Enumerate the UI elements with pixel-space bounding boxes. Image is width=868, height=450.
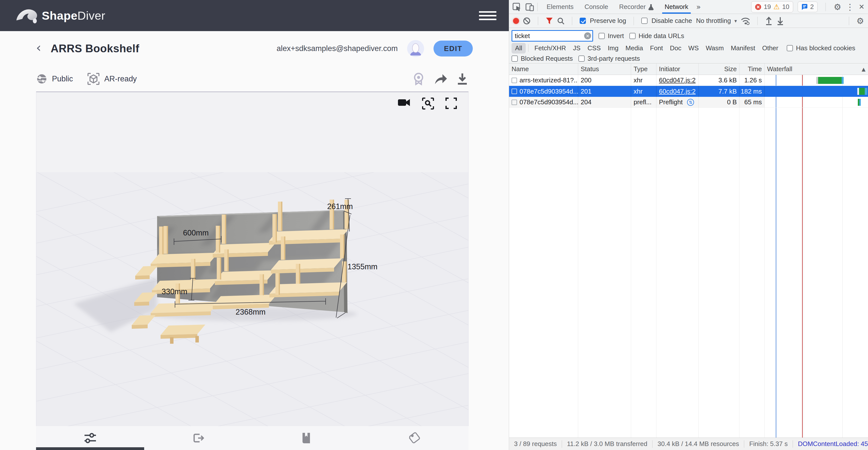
initiator-link[interactable]: 60cd047.js:2 xyxy=(659,88,695,95)
preserve-log-checkbox[interactable] xyxy=(580,18,586,24)
filter-type-all[interactable]: All xyxy=(512,43,526,54)
menu-icon[interactable] xyxy=(479,9,496,22)
network-conditions-icon[interactable] xyxy=(741,17,750,25)
table-row-selected[interactable]: 078e7c5d903954d... 201 xhr 60cd047.js:2 … xyxy=(509,86,868,97)
col-initiator[interactable]: Initiator xyxy=(656,63,699,75)
clear-network-log-icon[interactable] xyxy=(523,17,530,25)
filter-type-wasm[interactable]: Wasm xyxy=(702,43,727,54)
third-party-checkbox[interactable] xyxy=(579,56,585,62)
hide-data-urls-checkbox[interactable] xyxy=(629,33,636,39)
tab-console[interactable]: Console xyxy=(579,0,614,14)
throttling-select[interactable]: No throttling ▾ xyxy=(696,17,737,25)
resources: 30.4 kB / 14.4 MB resources xyxy=(657,440,739,448)
filter-type-img[interactable]: Img xyxy=(604,43,622,54)
parameters-tab[interactable] xyxy=(36,432,144,444)
shapediver-logo[interactable]: ShapeDiver xyxy=(16,6,105,25)
table-empty-area xyxy=(509,108,868,438)
bookshelf-scene: 600mm 261mm 1355mm 330mm 2368mm xyxy=(36,92,468,426)
active-tab-indicator xyxy=(36,447,144,450)
search-icon[interactable] xyxy=(557,17,564,25)
network-settings-icon[interactable]: ⚙ xyxy=(857,17,864,25)
filter-type-fetch-xhr[interactable]: Fetch/XHR xyxy=(531,43,569,54)
filter-input-wrap: ✕ xyxy=(512,30,593,41)
certificate-badge-icon[interactable] xyxy=(413,73,425,85)
devtools-close-icon[interactable]: ✕ xyxy=(859,3,865,10)
filter-type-other[interactable]: Other xyxy=(758,43,782,54)
3d-viewer[interactable]: 600mm 261mm 1355mm 330mm 2368mm xyxy=(36,92,469,426)
network-filters: ✕ Invert Hide data URLs All Fetch/XHR JS… xyxy=(509,28,868,63)
sliders-icon xyxy=(84,432,96,444)
blocked-requests[interactable]: Blocked Requests xyxy=(512,55,573,62)
brand-text: ShapeDiver xyxy=(42,9,105,22)
tag-icon xyxy=(409,432,421,444)
disable-cache-label[interactable]: Disable cache xyxy=(651,17,692,25)
table-row[interactable]: arrs-texturized-81?... 200 xhr 60cd047.j… xyxy=(509,75,868,86)
video-camera-icon[interactable] xyxy=(398,97,411,108)
col-waterfall[interactable]: Waterfall ▲ xyxy=(765,63,868,75)
filter-type-css[interactable]: CSS xyxy=(584,43,604,54)
visibility-label: Public xyxy=(52,75,73,83)
more-tabs-icon[interactable]: » xyxy=(694,2,703,11)
record-network-log-icon[interactable] xyxy=(513,18,519,24)
inspect-element-icon[interactable] xyxy=(513,3,521,11)
preserve-log-label[interactable]: Preserve log xyxy=(590,17,626,25)
row-checkbox[interactable] xyxy=(512,100,517,105)
console-errors-warnings-badge[interactable]: 19 ⚠ 10 xyxy=(751,1,793,12)
hide-data-urls[interactable]: Hide data URLs xyxy=(629,32,684,40)
filter-type-font[interactable]: Font xyxy=(647,43,666,54)
import-har-icon[interactable] xyxy=(765,17,773,25)
devtools-settings-icon[interactable]: ⚙ xyxy=(834,3,841,11)
filter-type-js[interactable]: JS xyxy=(569,43,584,54)
clear-filter-icon[interactable]: ✕ xyxy=(584,32,591,39)
third-party-requests[interactable]: 3rd-party requests xyxy=(579,55,640,62)
invert-filter[interactable]: Invert xyxy=(598,32,624,40)
col-size[interactable]: Size xyxy=(699,63,740,75)
tab-elements[interactable]: Elements xyxy=(541,0,579,14)
filter-type-ws[interactable]: WS xyxy=(685,43,702,54)
col-status[interactable]: Status xyxy=(578,63,631,75)
zoom-to-fit-icon[interactable] xyxy=(422,97,434,110)
table-row[interactable]: 078e7c5d903954d... 204 prefl... Prefligh… xyxy=(509,97,868,108)
download-icon[interactable] xyxy=(457,73,468,85)
export-har-icon[interactable] xyxy=(777,17,784,25)
preflight-icon[interactable]: ⇅ xyxy=(687,99,694,106)
devtools-tabbar: Elements Console Recorder Network » 19 ⚠… xyxy=(509,0,868,14)
filter-type-manifest[interactable]: Manifest xyxy=(727,43,758,54)
filter-input[interactable] xyxy=(512,30,593,41)
issues-badge[interactable]: 2 xyxy=(798,1,817,12)
viewer-bottom-toolbar xyxy=(36,426,469,450)
filter-icon[interactable] xyxy=(546,17,553,25)
network-toolbar: Preserve log Disable cache No throttling… xyxy=(509,14,868,28)
col-type[interactable]: Type xyxy=(631,63,656,75)
device-toolbar-icon[interactable] xyxy=(525,3,534,11)
row-checkbox[interactable] xyxy=(512,78,517,83)
viewer-tools xyxy=(398,97,457,110)
finish-time: Finish: 5.37 s xyxy=(749,440,788,448)
back-icon[interactable]: ‹ xyxy=(36,41,41,54)
has-blocked-cookies-checkbox[interactable] xyxy=(787,45,793,51)
col-name[interactable]: Name xyxy=(509,63,578,75)
globe-icon xyxy=(36,73,48,85)
devtools-menu-icon[interactable]: ⋮ xyxy=(846,3,854,11)
invert-checkbox[interactable] xyxy=(598,33,605,39)
filter-type-doc[interactable]: Doc xyxy=(666,43,685,54)
avatar[interactable] xyxy=(407,40,424,57)
export-tab[interactable] xyxy=(144,432,252,444)
tab-recorder[interactable]: Recorder xyxy=(614,0,659,14)
tags-tab[interactable] xyxy=(361,432,469,444)
disable-cache-checkbox[interactable] xyxy=(641,18,648,24)
has-blocked-cookies[interactable]: Has blocked cookies xyxy=(787,44,855,52)
col-time[interactable]: Time xyxy=(740,63,765,75)
filter-type-media[interactable]: Media xyxy=(622,43,647,54)
fullscreen-icon[interactable] xyxy=(445,97,457,109)
row-checkbox[interactable] xyxy=(512,89,517,94)
initiator-link[interactable]: 60cd047.js:2 xyxy=(659,77,695,84)
tab-network[interactable]: Network xyxy=(659,0,694,14)
waterfall-bar xyxy=(818,77,842,84)
blocked-requests-checkbox[interactable] xyxy=(512,56,518,62)
model-meta-row: Public AR-ready xyxy=(0,66,509,92)
owner-email: alex+sdksamples@shapediver.com xyxy=(277,44,398,53)
library-tab[interactable] xyxy=(252,432,361,444)
share-icon[interactable] xyxy=(434,73,447,85)
edit-button[interactable]: EDIT xyxy=(434,40,473,56)
